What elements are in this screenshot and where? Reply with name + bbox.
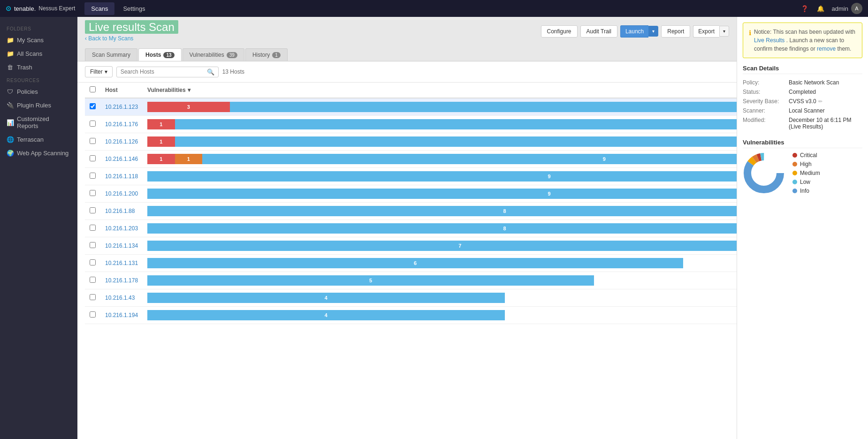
vuln-sort-header[interactable]: Vulnerabilities ▾ bbox=[147, 87, 737, 93]
host-name-cell[interactable]: 10.216.1.123 bbox=[100, 98, 143, 116]
row-checkbox[interactable] bbox=[90, 155, 96, 161]
host-name-cell[interactable]: 10.216.1.131 bbox=[100, 255, 143, 272]
export-dropdown-button[interactable]: ▾ bbox=[719, 26, 729, 37]
row-checkbox[interactable] bbox=[90, 259, 96, 265]
row-checkbox[interactable] bbox=[90, 311, 96, 318]
vuln-chart-section: Vulnerabilities bbox=[743, 139, 862, 194]
host-name-cell[interactable]: 10.216.1.88 bbox=[100, 203, 143, 220]
launch-dropdown-button[interactable]: ▾ bbox=[648, 26, 658, 37]
terrascan-icon: 🌐 bbox=[7, 136, 13, 143]
report-button[interactable]: Report bbox=[661, 25, 690, 38]
row-checkbox-cell bbox=[85, 133, 100, 151]
modified-label: Modified: bbox=[743, 117, 785, 130]
sidebar-item-web-app-scanning[interactable]: 🌍 Web App Scanning bbox=[0, 146, 77, 160]
live-results-link[interactable]: Live Results bbox=[754, 37, 784, 44]
bar-container: 4 bbox=[147, 293, 737, 303]
bar-container: 5 bbox=[147, 275, 737, 286]
severity-row: Severity Base: CVSS v3.0 ✏ bbox=[743, 97, 862, 106]
brand-logo: ⊙ tenable. Nessus Expert bbox=[6, 5, 75, 12]
host-name-cell[interactable]: 10.216.1.126 bbox=[100, 133, 143, 151]
host-name-cell[interactable]: 10.216.1.118 bbox=[100, 168, 143, 185]
sidebar-item-all-scans[interactable]: 📁 All Scans bbox=[0, 47, 77, 61]
back-to-scans-link[interactable]: ‹ Back to My Scans bbox=[85, 35, 178, 42]
table-row: 10.216.1.123 353 ✕ bbox=[85, 98, 737, 116]
filter-arrow-icon: ▾ bbox=[105, 68, 107, 75]
avatar[interactable]: A bbox=[851, 3, 862, 14]
product-name: Nessus Expert bbox=[38, 5, 75, 12]
hosts-data-table: Host Vulnerabilities ▾ bbox=[85, 83, 737, 324]
row-checkbox-cell bbox=[85, 203, 100, 220]
row-checkbox[interactable] bbox=[90, 173, 96, 179]
tab-vulnerabilities[interactable]: Vulnerabilities 39 bbox=[183, 48, 244, 61]
table-row: 10.216.1.146 119 ✕ bbox=[85, 151, 737, 168]
filter-button[interactable]: Filter ▾ bbox=[85, 66, 113, 77]
info-bar: 53 bbox=[230, 102, 737, 112]
host-name-cell[interactable]: 10.216.1.203 bbox=[100, 220, 143, 237]
row-checkbox-cell bbox=[85, 98, 100, 116]
host-name-cell[interactable]: 10.216.1.200 bbox=[100, 185, 143, 203]
nav-settings[interactable]: Settings bbox=[116, 2, 152, 15]
row-checkbox[interactable] bbox=[90, 225, 96, 231]
table-row: 10.216.1.194 4 ✕ bbox=[85, 307, 737, 324]
host-name-cell[interactable]: 10.216.1.146 bbox=[100, 151, 143, 168]
main-layout: FOLDERS 📁 My Scans 📁 All Scans 🗑 Trash R… bbox=[0, 17, 868, 439]
search-input[interactable] bbox=[121, 68, 205, 75]
info-bar: 9 bbox=[202, 154, 737, 164]
help-icon[interactable]: ❓ bbox=[800, 4, 809, 13]
right-panel: ℹ Notice: This scan has been updated wit… bbox=[737, 17, 868, 439]
row-checkbox-cell bbox=[85, 289, 100, 307]
row-checkbox[interactable] bbox=[90, 103, 96, 109]
sidebar-item-label: Web App Scanning bbox=[17, 150, 69, 157]
host-name-cell[interactable]: 10.216.1.43 bbox=[100, 289, 143, 307]
info-bar: 7 bbox=[147, 241, 737, 251]
host-name-cell[interactable]: 10.216.1.178 bbox=[100, 272, 143, 289]
audit-trail-button[interactable]: Audit Trail bbox=[580, 25, 617, 38]
sidebar-item-customized-reports[interactable]: 📊 Customized Reports bbox=[0, 112, 77, 133]
sidebar-item-my-scans[interactable]: 📁 My Scans bbox=[0, 33, 77, 47]
sidebar-item-plugin-rules[interactable]: 🔌 Plugin Rules bbox=[0, 98, 77, 112]
vuln-legend: Critical High Medium Low bbox=[792, 152, 820, 194]
nav-scans[interactable]: Scans bbox=[84, 2, 114, 15]
high-label: High bbox=[800, 161, 812, 167]
sidebar-item-trash[interactable]: 🗑 Trash bbox=[0, 61, 77, 74]
row-checkbox[interactable] bbox=[90, 207, 96, 213]
vuln-bar-cell: 5 bbox=[143, 272, 737, 289]
row-checkbox[interactable] bbox=[90, 294, 96, 300]
select-all-checkbox[interactable] bbox=[90, 86, 96, 92]
tab-hosts[interactable]: Hosts 13 bbox=[138, 48, 181, 61]
host-name-cell[interactable]: 10.216.1.134 bbox=[100, 237, 143, 255]
remove-link[interactable]: remove bbox=[817, 45, 836, 52]
modified-row: Modified: December 10 at 6:11 PM (Live R… bbox=[743, 115, 862, 131]
edit-severity-icon[interactable]: ✏ bbox=[818, 98, 822, 105]
bar-container: 130 bbox=[147, 119, 737, 129]
info-bar: 9 bbox=[147, 189, 737, 199]
search-box: 🔍 bbox=[116, 67, 219, 77]
sidebar-item-policies[interactable]: 🛡 Policies bbox=[0, 85, 77, 98]
medium-dot bbox=[792, 171, 797, 175]
sidebar-item-label: Terrascan bbox=[17, 136, 44, 143]
host-name-cell[interactable]: 10.216.1.176 bbox=[100, 116, 143, 133]
folder-icon: 📁 bbox=[7, 50, 13, 57]
row-checkbox-cell bbox=[85, 168, 100, 185]
table-row: 10.216.1.200 9 ✕ bbox=[85, 185, 737, 203]
row-checkbox[interactable] bbox=[90, 190, 96, 196]
bell-icon[interactable]: 🔔 bbox=[816, 4, 825, 13]
row-checkbox[interactable] bbox=[90, 242, 96, 248]
row-checkbox[interactable] bbox=[90, 277, 96, 283]
tab-scan-summary[interactable]: Scan Summary bbox=[85, 48, 137, 61]
header-actions: Configure Audit Trail Launch ▾ Report Ex… bbox=[541, 25, 729, 38]
vuln-column-header[interactable]: Vulnerabilities ▾ bbox=[143, 83, 737, 98]
row-checkbox-cell bbox=[85, 220, 100, 237]
scan-title-area: Live results Scan ‹ Back to My Scans bbox=[85, 21, 178, 42]
severity-label: Severity Base: bbox=[743, 98, 785, 105]
vuln-bar-cell: 4 bbox=[143, 289, 737, 307]
row-checkbox[interactable] bbox=[90, 121, 96, 127]
tab-history[interactable]: History 1 bbox=[245, 48, 288, 61]
export-button[interactable]: Export bbox=[693, 25, 719, 38]
bar-container: 122 bbox=[147, 136, 737, 147]
sidebar-item-terrascan[interactable]: 🌐 Terrascan bbox=[0, 133, 77, 146]
configure-button[interactable]: Configure bbox=[541, 25, 578, 38]
row-checkbox[interactable] bbox=[90, 138, 96, 144]
launch-button[interactable]: Launch bbox=[620, 25, 648, 38]
host-name-cell[interactable]: 10.216.1.194 bbox=[100, 307, 143, 324]
